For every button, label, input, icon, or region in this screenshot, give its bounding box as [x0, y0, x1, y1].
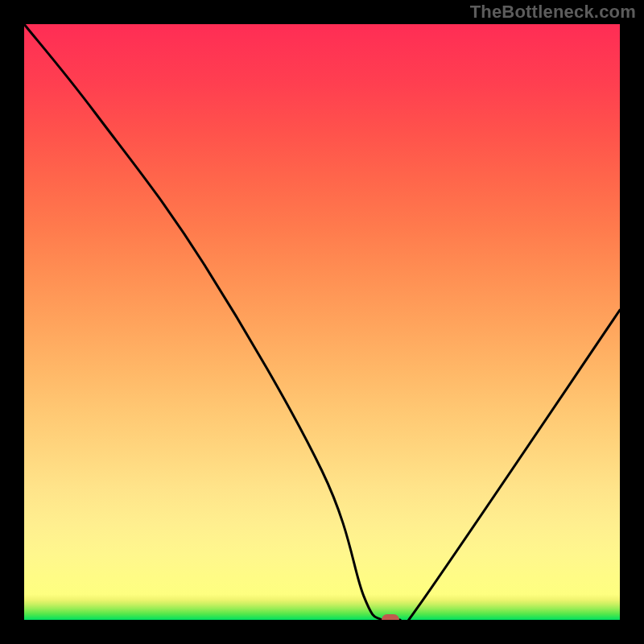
plot-area: [24, 24, 620, 620]
watermark-text: TheBottleneck.com: [470, 2, 636, 23]
bottleneck-curve: [24, 24, 620, 620]
optimum-marker-icon: [382, 614, 399, 620]
chart-frame: TheBottleneck.com: [0, 0, 644, 644]
